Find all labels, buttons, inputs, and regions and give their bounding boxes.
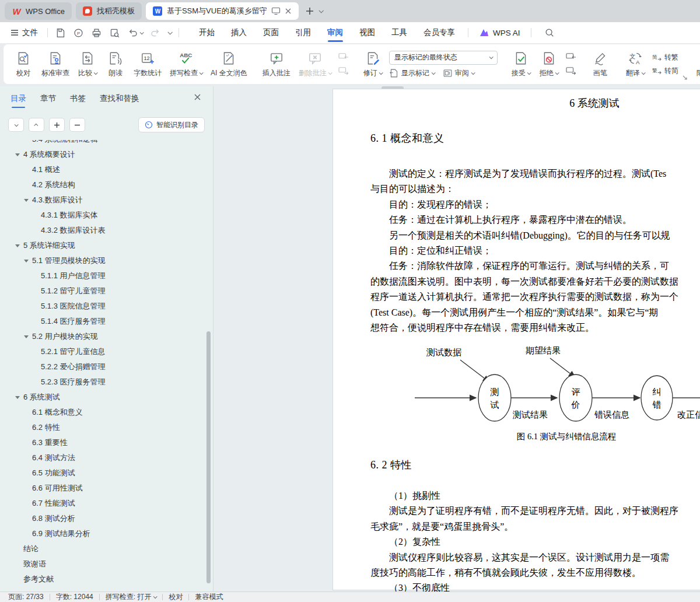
- accept-button[interactable]: 接受: [509, 50, 533, 79]
- toc-item[interactable]: 5.1.1 用户信息管理: [0, 268, 205, 284]
- restrict-editing-button[interactable]: 限制编辑: [695, 50, 700, 79]
- toc-item[interactable]: 6.5 功能测试: [0, 466, 205, 481]
- undo-chevron-icon[interactable]: [140, 30, 144, 34]
- menu-item[interactable]: 开始: [191, 23, 223, 43]
- previous-change-icon[interactable]: [565, 52, 577, 62]
- search-icon[interactable]: [544, 27, 555, 38]
- toc-item[interactable]: 6.9 测试结果分析: [0, 526, 205, 541]
- next-change-icon[interactable]: [565, 66, 577, 76]
- toc-arrow-icon[interactable]: [24, 335, 32, 338]
- sidebar-scrollbar-thumb[interactable]: [206, 331, 211, 583]
- toc-item[interactable]: 4.1 概述: [0, 162, 205, 177]
- marking-state-select[interactable]: 显示标记的最终状态: [389, 51, 498, 65]
- track-changes-chevron-icon[interactable]: [379, 71, 383, 75]
- standard-review-button[interactable]: 标准审查: [40, 50, 71, 79]
- word-count-indicator[interactable]: 字数: 12044: [56, 592, 93, 602]
- toc-item[interactable]: 4.3.2 数据库设计表: [0, 223, 205, 238]
- toc-arrow-icon[interactable]: [24, 260, 32, 262]
- toc-item[interactable]: 4.3.数据库设计: [0, 192, 205, 208]
- menu-item[interactable]: 视图: [351, 23, 383, 43]
- menu-item[interactable]: 引用: [287, 23, 319, 43]
- insert-comment-button[interactable]: 插入批注: [261, 50, 292, 79]
- toc-item[interactable]: 5.2.2 爱心捐赠管理: [0, 359, 205, 374]
- toc-item[interactable]: 6.3 重要性: [0, 435, 205, 450]
- track-changes-button[interactable]: 修订: [361, 50, 384, 79]
- toc-item[interactable]: 5.2.1 留守儿童信息: [0, 344, 205, 359]
- review-pane-button[interactable]: 审阅: [443, 68, 474, 78]
- close-tab-icon[interactable]: [285, 8, 292, 15]
- spell-check-chevron-icon[interactable]: [200, 71, 204, 75]
- document-page[interactable]: 6 系统测试 6. 1 概念和意义 测试的定义：程序测试是为了发现错误而执行程序…: [332, 89, 700, 590]
- compare-chevron-icon[interactable]: [94, 71, 98, 75]
- save-icon[interactable]: [55, 27, 66, 38]
- toc-item[interactable]: 6.6 可用性测试: [0, 481, 205, 496]
- toc-item[interactable]: 4.3.1 数据库实体: [0, 208, 205, 223]
- menu-item[interactable]: 工具: [383, 23, 415, 43]
- show-markup-button[interactable]: 显示标记: [389, 68, 435, 78]
- to-traditional-button[interactable]: 简 转繁: [652, 52, 678, 62]
- reject-chevron-icon[interactable]: [555, 71, 559, 75]
- compare-button[interactable]: 比较: [76, 50, 99, 79]
- toc-item[interactable]: 5.1.4 医疗服务管理: [0, 314, 205, 329]
- expand-all-button[interactable]: [8, 118, 24, 132]
- zoom-out-toc-button[interactable]: [69, 118, 85, 132]
- page-indicator[interactable]: 页面: 27/33: [8, 592, 44, 602]
- spell-check-status[interactable]: 拼写检查: 打开: [106, 592, 157, 602]
- toc-item[interactable]: 6.1 概念和意义: [0, 405, 205, 420]
- sidebar-tab-find-replace[interactable]: 查找和替换: [100, 93, 139, 108]
- print-icon[interactable]: [91, 27, 102, 38]
- sidebar-tab-chapters[interactable]: 章节: [40, 93, 56, 108]
- proofread-status[interactable]: 校对: [169, 592, 183, 602]
- toc-item[interactable]: 3.4 系统流程和逻辑: [0, 140, 205, 147]
- proofread-button[interactable]: 校对: [12, 50, 35, 79]
- file-menu[interactable]: 文件: [6, 27, 43, 38]
- menu-item[interactable]: 页面: [255, 23, 287, 43]
- toc-item[interactable]: 6 系统测试: [0, 390, 205, 405]
- translate-button[interactable]: 文A 翻译: [624, 50, 647, 79]
- toc-arrow-icon[interactable]: [15, 396, 23, 399]
- sidebar-tab-toc[interactable]: 目录: [10, 93, 26, 108]
- toc-item[interactable]: 5.1.2 留守儿童管理: [0, 284, 205, 299]
- ai-polish-button[interactable]: AI 全文润色: [209, 50, 249, 79]
- undo-icon[interactable]: [127, 27, 143, 38]
- spell-check-button[interactable]: ABC 拼写检查: [168, 50, 204, 79]
- tab-document[interactable]: W 基于SSM与VUE的葛溪乡留守: [146, 2, 299, 20]
- reject-button[interactable]: 拒绝: [537, 50, 561, 79]
- to-simplified-button[interactable]: 繁 转简: [652, 66, 678, 76]
- toc-arrow-icon[interactable]: [15, 244, 23, 247]
- toc-item[interactable]: 5.2.3 医疗服务管理: [0, 374, 205, 390]
- sidebar-tab-bookmarks[interactable]: 书签: [70, 93, 86, 108]
- toc-item[interactable]: 6.2 特性: [0, 420, 205, 435]
- tab-list-chevron-icon[interactable]: [318, 8, 323, 13]
- read-aloud-button[interactable]: 朗读: [104, 50, 127, 79]
- toc-item[interactable]: 5.1 管理员模块的实现: [0, 253, 205, 268]
- tab-docer-template[interactable]: 找稻壳模板: [76, 2, 142, 20]
- menu-item[interactable]: 审阅: [319, 23, 351, 43]
- toc-item[interactable]: 5.1.3 医院信息管理: [0, 299, 205, 314]
- dialog-launcher-icon[interactable]: [682, 75, 688, 80]
- menu-item[interactable]: 会员专享: [415, 23, 463, 43]
- toc-item[interactable]: 6.4 测试方法: [0, 450, 205, 466]
- new-tab-icon[interactable]: [305, 6, 314, 16]
- toc-item[interactable]: 5.2 用户模块的实现: [0, 329, 205, 344]
- toc-item[interactable]: 致谢语: [0, 556, 205, 572]
- previous-comment-icon[interactable]: [338, 52, 349, 62]
- redo-icon[interactable]: [150, 27, 161, 38]
- toc-item[interactable]: 6.7 性能测试: [0, 496, 205, 511]
- smart-toc-button[interactable]: 智能识别目录: [138, 117, 205, 132]
- print-preview-icon[interactable]: [109, 27, 120, 38]
- word-count-button[interactable]: 12 字数统计: [132, 50, 163, 79]
- toc-item[interactable]: 结论: [0, 541, 205, 556]
- toc-arrow-icon[interactable]: [24, 199, 32, 202]
- toc-item[interactable]: 4.2 系统结构: [0, 177, 205, 192]
- toc-item[interactable]: 参考文献: [0, 572, 205, 587]
- screen-share-icon[interactable]: [271, 7, 281, 15]
- delete-comment-button[interactable]: 删除批注: [297, 50, 333, 79]
- toc-item[interactable]: 5 系统详细实现: [0, 238, 205, 253]
- toc-arrow-icon[interactable]: [15, 153, 23, 156]
- toc-item[interactable]: 6.8 测试分析: [0, 511, 205, 526]
- accept-chevron-icon[interactable]: [527, 71, 531, 75]
- pen-button[interactable]: 画笔: [589, 50, 612, 79]
- menu-item[interactable]: 插入: [223, 23, 255, 43]
- toolbar-more-chevron-icon[interactable]: [167, 30, 172, 34]
